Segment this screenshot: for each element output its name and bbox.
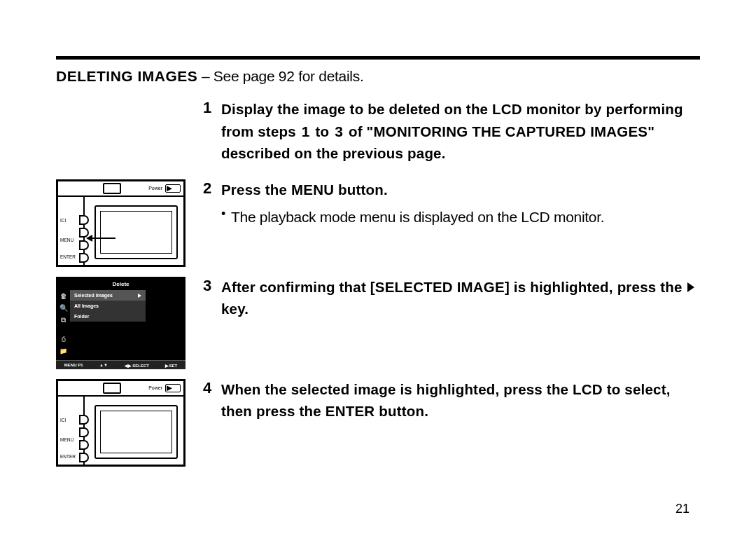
camera-button-1	[79, 215, 89, 225]
camera-button-enter	[79, 253, 89, 263]
delete-menu-illustration: Delete 🗑 🔍 ⧉ ⎙ 📁 Selected Images	[56, 277, 186, 369]
ici-label: ICI	[60, 218, 66, 223]
play-right-icon	[687, 282, 694, 292]
arrow-pointer-icon	[92, 238, 115, 239]
step-2-number: 2	[203, 179, 221, 198]
step-4-text: When the selected image is highlighted, …	[221, 379, 700, 422]
enter-label-2: ENTER	[60, 454, 76, 459]
step-4-row: Power ICI MENU ENTER 4 When the selected…	[56, 379, 700, 467]
trash-icon: 🗑	[59, 292, 67, 300]
camera-button-2b	[79, 427, 89, 437]
bullet-dot-icon: •	[221, 207, 231, 221]
triangle-right-icon	[138, 294, 141, 298]
power-play-icon	[165, 184, 181, 193]
menu-bottom-bar: MENU P1 ▲▼ ◀▶ SELECT ▶SET	[56, 360, 186, 369]
step-2-text: Press the MENU button.	[221, 179, 388, 201]
step-1: 1 Display the image to be deleted on the…	[203, 99, 700, 164]
menu-item-folder: Folder	[70, 311, 146, 322]
step-3: 3 After confirming that [SELECTED IMAGE]…	[203, 277, 700, 320]
folder-icon: 📁	[59, 348, 67, 355]
camera-button-enter-b	[79, 453, 89, 462]
menu-label: MENU	[60, 238, 74, 242]
menu-label-2: MENU	[60, 437, 74, 442]
step-4-number: 4	[203, 379, 221, 397]
camera-button-menu-b	[79, 440, 89, 450]
menu-item-selected-images: Selected Images	[70, 290, 146, 301]
enter-label: ENTER	[60, 254, 76, 259]
step-1-number: 1	[203, 99, 221, 117]
copy-icon: ⧉	[59, 316, 67, 324]
menu-title: Delete	[56, 281, 186, 287]
horizontal-rule	[56, 56, 700, 60]
power-label-2: Power	[148, 385, 162, 390]
step-2: 2 Press the MENU button.	[203, 179, 700, 201]
step-4: 4 When the selected image is highlighted…	[203, 379, 700, 422]
content-area: 1 Display the image to be deleted on the…	[56, 99, 700, 476]
step-2-sub-bullet: • The playback mode menu is displayed on…	[203, 207, 700, 227]
step-2-sub-text: The playback mode menu is displayed on t…	[231, 207, 604, 227]
print-icon: ⎙	[59, 336, 67, 343]
step-3-row: Delete 🗑 🔍 ⧉ ⎙ 📁 Selected Images	[56, 277, 700, 369]
step-1-text: Display the image to be deleted on the L…	[221, 99, 700, 164]
step-1-row: 1 Display the image to be deleted on the…	[56, 99, 700, 170]
section-title: DELETING IMAGES – See page 92 for detail…	[56, 68, 700, 85]
page-number: 21	[676, 502, 690, 516]
step-3-number: 3	[203, 277, 221, 295]
camera-button-menu	[79, 240, 89, 250]
section-title-rest: – See page 92 for details.	[197, 68, 363, 84]
camera-illustration-menu: Power ICI MENU ENTER	[56, 179, 186, 267]
menu-item-all-images: All Images	[70, 301, 146, 311]
power-label: Power	[148, 186, 162, 191]
power-play-icon-2	[165, 384, 181, 392]
step-2-row: Power ICI MENU ENTER 2 Press the MENU bu…	[56, 179, 700, 267]
ici-label-2: ICI	[60, 418, 66, 422]
section-title-bold: DELETING IMAGES	[56, 68, 197, 84]
magnifier-icon: 🔍	[59, 304, 67, 312]
camera-illustration-enter: Power ICI MENU ENTER	[56, 379, 186, 467]
step-3-text: After confirming that [SELECTED IMAGE] i…	[221, 277, 700, 320]
camera-button-1b	[79, 415, 89, 425]
